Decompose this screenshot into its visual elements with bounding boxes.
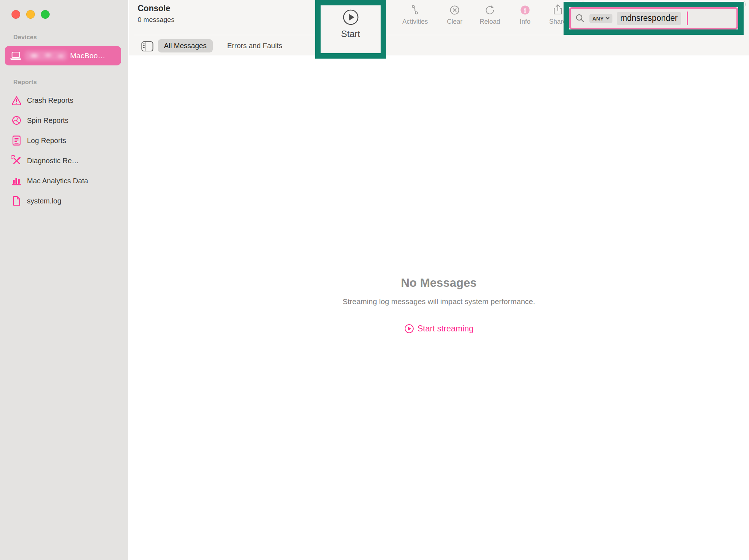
redacted-device-name — [25, 51, 67, 61]
search-icon — [575, 13, 585, 23]
sidebar-item-mac-analytics-data[interactable]: Mac Analytics Data — [5, 174, 124, 188]
page-icon — [12, 196, 22, 206]
search-annotation: ANY mdnsresponder — [564, 2, 744, 35]
reload-icon — [484, 3, 496, 16]
sidebar-item-label: system.log — [27, 197, 61, 205]
toolbar-divider — [134, 35, 749, 35]
main-area: Console 0 messages Activities Cl — [129, 0, 749, 560]
message-count: 0 messages — [138, 16, 174, 24]
svg-text:i: i — [524, 6, 526, 14]
pinwheel-icon — [12, 115, 22, 126]
tab-all-messages[interactable]: All Messages — [158, 39, 213, 52]
sidebar-item-label: Mac Analytics Data — [27, 177, 88, 185]
minimize-button[interactable] — [26, 10, 35, 19]
sidebar-item-label: Log Reports — [27, 137, 66, 145]
document-lines-icon — [12, 135, 22, 146]
warning-triangle-icon — [12, 95, 22, 106]
tab-errors-and-faults[interactable]: Errors and Faults — [227, 39, 282, 52]
search-term: mdnsresponder — [617, 12, 681, 25]
sidebar-item-label: Diagnostic Re… — [27, 157, 79, 165]
empty-state-subtitle: Streaming log messages will impact syste… — [129, 297, 749, 306]
search-input[interactable]: ANY mdnsresponder — [569, 7, 738, 29]
sidebar-item-spin-reports[interactable]: Spin Reports — [5, 113, 124, 128]
activities-icon — [409, 3, 421, 16]
start-button-annotation[interactable]: Start — [315, 0, 386, 59]
start-streaming-link[interactable]: Start streaming — [404, 324, 474, 334]
toolbar-button-label: Activities — [402, 18, 428, 26]
search-scope-dropdown[interactable]: ANY — [589, 14, 612, 23]
search-scope-label: ANY — [592, 15, 604, 22]
toolbar-button-label: Reload — [479, 18, 500, 26]
laptop-icon — [10, 51, 22, 60]
reports-section-title: Reports — [13, 79, 37, 86]
page-title: Console — [138, 4, 170, 13]
sidebar-item-crash-reports[interactable]: Crash Reports — [5, 93, 124, 107]
sidebar-toggle-button[interactable] — [141, 41, 154, 52]
toolbar-button-label: Clear — [447, 18, 462, 26]
zoom-button[interactable] — [41, 10, 50, 19]
chevron-down-icon — [606, 17, 610, 20]
console-window: Devices MacBoo… Reports Crash Reports — [0, 0, 749, 560]
text-cursor — [687, 12, 688, 25]
sidebar-item-diagnostic-reports[interactable]: Diagnostic Re… — [5, 153, 124, 168]
start-button-label: Start — [341, 29, 360, 39]
close-button[interactable] — [12, 10, 20, 19]
sidebar: Devices MacBoo… Reports Crash Reports — [0, 0, 128, 560]
empty-state-title: No Messages — [129, 276, 749, 290]
tab-label: Errors and Faults — [227, 42, 282, 50]
bar-chart-icon — [12, 175, 22, 186]
sidebar-item-label: Spin Reports — [27, 116, 69, 125]
sidebar-item-log-reports[interactable]: Log Reports — [5, 133, 124, 148]
empty-state: No Messages Streaming log messages will … — [129, 276, 749, 335]
filterbar-divider — [129, 55, 749, 55]
devices-section-title: Devices — [13, 34, 37, 41]
sidebar-item-system-log[interactable]: system.log — [5, 194, 124, 208]
clear-circle-icon — [449, 3, 460, 16]
toolbar-button-label: Info — [520, 18, 530, 26]
info-icon: i — [519, 3, 531, 16]
device-label: MacBoo… — [70, 51, 105, 60]
sidebar-item-label: Crash Reports — [27, 96, 73, 105]
play-circle-icon — [342, 9, 359, 26]
wrench-screwdriver-icon — [12, 155, 22, 166]
play-circle-icon — [404, 324, 414, 334]
tab-label: All Messages — [164, 42, 207, 50]
share-icon — [552, 3, 564, 16]
sidebar-item-device[interactable]: MacBoo… — [5, 46, 121, 65]
start-streaming-label: Start streaming — [418, 324, 474, 334]
